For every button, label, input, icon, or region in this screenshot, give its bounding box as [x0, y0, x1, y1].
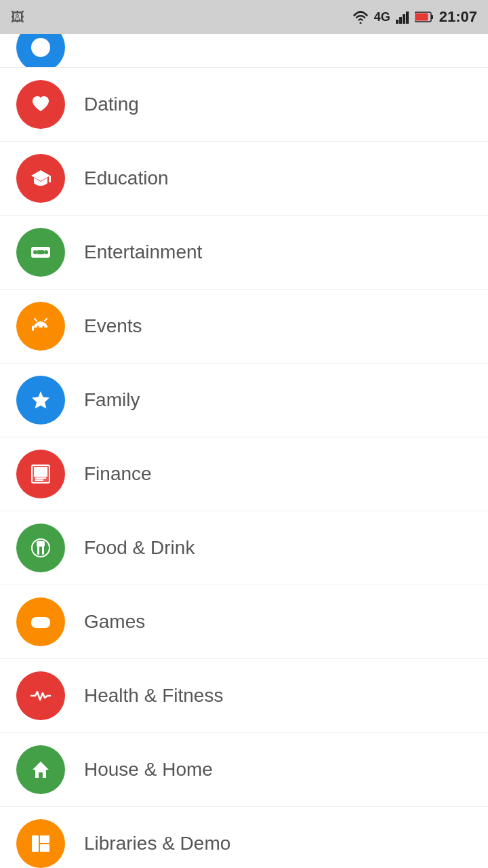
svg-point-38: [43, 619, 46, 622]
list-item-house-home[interactable]: House & Home: [0, 733, 488, 807]
svg-rect-48: [40, 844, 49, 852]
svg-rect-2: [399, 17, 402, 24]
library-icon: [28, 831, 53, 856]
games-label: Games: [84, 611, 145, 633]
svg-point-0: [359, 22, 361, 24]
image-icon: 🖼: [11, 9, 24, 25]
svg-point-12: [33, 250, 37, 254]
svg-rect-1: [396, 20, 399, 24]
finance-label: Finance: [84, 463, 152, 485]
svg-rect-14: [37, 250, 44, 254]
house-label: House & Home: [84, 759, 213, 781]
entertainment-icon-circle: [16, 228, 65, 277]
svg-point-39: [45, 621, 48, 624]
svg-rect-45: [42, 766, 45, 770]
events-icon-circle: [16, 302, 65, 351]
list-item-libraries[interactable]: Libraries & Demo: [0, 807, 488, 868]
svg-point-41: [43, 623, 46, 626]
list-item-dating[interactable]: Dating: [0, 68, 488, 142]
list-item-family[interactable]: Family: [0, 363, 488, 437]
category-list: Dating Education Entertainment: [0, 34, 488, 868]
house-icon: [28, 757, 53, 782]
svg-rect-28: [34, 467, 47, 477]
svg-rect-37: [36, 620, 39, 625]
gamepad-icon: [28, 610, 53, 634]
status-left: 🖼: [11, 9, 24, 25]
signal-icon: [396, 10, 409, 24]
libraries-label: Libraries & Demo: [84, 833, 230, 854]
entertainment-label: Entertainment: [84, 241, 202, 263]
wifi-icon: [352, 10, 369, 24]
list-item-food-drink[interactable]: Food & Drink: [0, 511, 488, 585]
list-item-entertainment[interactable]: Entertainment: [0, 216, 488, 290]
svg-rect-3: [403, 14, 405, 24]
svg-rect-44: [39, 772, 43, 778]
star-icon: [28, 388, 53, 412]
status-time: 21:07: [439, 8, 477, 26]
health-label: Health & Fitness: [84, 685, 223, 707]
health-icon-circle: [16, 671, 65, 720]
dating-label: Dating: [84, 94, 139, 115]
svg-rect-46: [32, 835, 39, 852]
pulse-icon: [28, 684, 53, 708]
partial-svg: [28, 35, 53, 60]
svg-rect-47: [40, 835, 49, 843]
list-item-finance[interactable]: Finance: [0, 437, 488, 511]
svg-line-21: [45, 319, 47, 321]
list-item-health-fitness[interactable]: Health & Fitness: [0, 659, 488, 733]
svg-point-13: [44, 250, 48, 254]
events-label: Events: [84, 315, 142, 337]
ticket-icon: [28, 240, 53, 264]
libraries-icon-circle: [16, 819, 65, 868]
food-label: Food & Drink: [84, 537, 195, 559]
heart-icon: [28, 92, 53, 117]
svg-rect-16: [32, 326, 34, 331]
svg-rect-34: [37, 541, 45, 547]
battery-icon: [415, 12, 434, 22]
network-4g-icon: 4G: [374, 10, 390, 24]
list-item-education[interactable]: Education: [0, 142, 488, 216]
partial-icon: [16, 34, 65, 68]
chart-icon: [28, 462, 53, 486]
svg-rect-23: [34, 332, 47, 334]
svg-line-20: [35, 319, 37, 321]
games-icon-circle: [16, 597, 65, 646]
education-label: Education: [84, 167, 169, 189]
family-label: Family: [84, 389, 140, 411]
education-icon-circle: [16, 154, 65, 203]
fork-knife-icon: [28, 536, 53, 560]
family-icon-circle: [16, 376, 65, 425]
svg-point-8: [31, 38, 50, 57]
list-item-partial[interactable]: [0, 34, 488, 68]
status-bar: 🖼 4G 21:07: [0, 0, 488, 34]
list-item-games[interactable]: Games: [0, 585, 488, 659]
android-icon: [28, 314, 53, 338]
graduation-icon: [28, 166, 53, 191]
finance-icon-circle: [16, 450, 65, 498]
svg-point-40: [41, 621, 44, 624]
svg-marker-24: [32, 391, 49, 409]
status-right: 4G 21:07: [352, 8, 477, 26]
food-icon-circle: [16, 524, 65, 572]
svg-rect-10: [49, 176, 51, 182]
svg-rect-4: [406, 12, 409, 24]
house-icon-circle: [16, 745, 65, 794]
list-item-events[interactable]: Events: [0, 290, 488, 363]
dating-icon-circle: [16, 80, 65, 129]
svg-rect-6: [431, 15, 433, 19]
svg-rect-7: [415, 14, 428, 21]
